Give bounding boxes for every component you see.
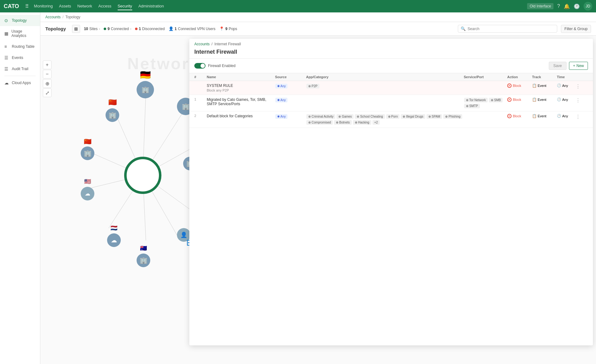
nav-security[interactable]: Security xyxy=(118,2,132,10)
nav-monitoring[interactable]: Monitoring xyxy=(34,2,53,10)
sidebar-item-routing-table[interactable]: ≡ Routing Table xyxy=(0,41,40,52)
site-node-china-left[interactable]: 🇨🇳 🏢 xyxy=(81,143,94,160)
analytics-icon: ▦ xyxy=(4,31,9,36)
row-name-cell: Migrated by Cato Games, Tor, SMB, SMTP S… xyxy=(207,97,275,106)
nav-network[interactable]: Network xyxy=(77,2,92,10)
topology-header: Topology ⊞ 10 Sites › 9 Connected › 1 Di… xyxy=(40,22,596,36)
sidebar-label-topology: Topology xyxy=(12,18,27,23)
panel-toolbar: Firewall Enabled Save + New xyxy=(189,59,593,73)
avatar-initials: JD xyxy=(586,4,590,8)
app-tag-phishing: ⊕ Phishing xyxy=(443,114,462,119)
pops-label: Pops xyxy=(229,27,237,31)
sidebar-divider xyxy=(4,76,36,76)
save-button[interactable]: Save xyxy=(549,62,567,70)
topology-icon: ⊙ xyxy=(4,18,9,23)
time-icon: 🕐 xyxy=(557,83,561,88)
app-tag-botnets: ⊕ Botnets xyxy=(334,120,352,125)
site-node-china-top[interactable]: 🇨🇳 🏢 xyxy=(106,104,119,122)
row-num: 1 xyxy=(194,97,207,101)
disconnected-stat: 1 Disconnected xyxy=(135,27,165,31)
source-tags: ✱ Any xyxy=(275,83,306,89)
disconnected-label: Disconnected xyxy=(142,27,165,31)
event-icon: 📋 xyxy=(532,83,537,88)
row-more-btn[interactable]: ⋮ xyxy=(576,97,588,103)
breadcrumb: Accounts / Topology xyxy=(40,12,596,22)
action-label: Block xyxy=(513,98,521,101)
col-service: Service/Port xyxy=(464,75,507,79)
disconnected-count: 1 xyxy=(139,27,141,31)
source-tag-any: ✱ Any xyxy=(275,98,287,102)
sidebar-item-cloud-apps[interactable]: ☁ Cloud Apps xyxy=(0,77,40,88)
nav-items: Monitoring Assets Network Access Securit… xyxy=(34,2,527,10)
user-avatar[interactable]: JD xyxy=(584,2,592,11)
old-interface-btn[interactable]: Old Interface xyxy=(527,3,553,9)
service-tags: ⊕ Tor Network ⊕ SMB ⊕ SMTP xyxy=(464,97,507,109)
app-tags: ⊕ P2P xyxy=(306,83,464,89)
sidebar-label-routing-table: Routing Table xyxy=(12,44,34,49)
filter-group-button[interactable]: Filter & Group xyxy=(561,25,591,33)
track-cell: 📋 Event xyxy=(532,114,557,118)
table-row[interactable]: 2 Default block for Categories ✱ Any ⊕ C… xyxy=(189,111,593,128)
track-label: Event xyxy=(538,84,546,88)
breadcrumb-accounts[interactable]: Accounts xyxy=(45,15,61,19)
top-nav-right: Old Interface ? 🔔 🕐 JD xyxy=(527,2,592,11)
vpn-stat: 👤 1 Connected VPN Users xyxy=(169,26,215,31)
sidebar-item-events[interactable]: ☰ Events xyxy=(0,52,40,63)
location-btn[interactable]: ⊕ xyxy=(43,79,52,88)
row-more-btn[interactable]: ⋮ xyxy=(576,83,588,89)
firewall-panel: Accounts / Internet Firewall Internet Fi… xyxy=(189,39,593,345)
search-input[interactable] xyxy=(467,27,554,31)
source-tag-any: ✱ Any xyxy=(275,114,287,119)
connected-label: Connected xyxy=(111,27,129,31)
bell-icon[interactable]: 🔔 xyxy=(564,3,570,9)
event-icon: 📋 xyxy=(532,114,537,118)
help-icon[interactable]: ? xyxy=(557,3,560,9)
app-tag-p2p: ⊕ P2P xyxy=(306,84,319,88)
row-more-btn[interactable]: ⋮ xyxy=(576,114,588,120)
table-row[interactable]: 1 Migrated by Cato Games, Tor, SMB, SMTP… xyxy=(189,95,593,111)
central-node[interactable] xyxy=(124,157,161,194)
sidebar-item-audit-trail[interactable]: ☰ Audit Trail xyxy=(0,63,40,74)
topology-canvas[interactable]: Network + − ⊕ ⤢ xyxy=(40,36,596,364)
firewall-toggle[interactable] xyxy=(194,63,205,69)
sidebar-item-topology[interactable]: ⊙ Topology xyxy=(0,15,40,26)
track-cell: 📋 Event xyxy=(532,83,557,88)
search-icon: 🔍 xyxy=(461,26,466,31)
col-num: # xyxy=(194,75,207,79)
nav-access[interactable]: Access xyxy=(98,2,111,10)
site-node-usa-cloud[interactable]: 🇺🇸 ☁ xyxy=(81,183,94,200)
panel-breadcrumb-accounts[interactable]: Accounts xyxy=(194,42,210,46)
app-tag-drugs: ⊕ Illegal Drugs xyxy=(401,114,425,119)
table-row[interactable]: SYSTEM RULE Block any P2P ✱ Any ⊕ P2P ✕ xyxy=(189,81,593,95)
topology-view-btn[interactable]: ⊞ xyxy=(72,25,80,33)
expand-btn[interactable]: ⤢ xyxy=(43,88,52,97)
track-cell: 📋 Event xyxy=(532,97,557,102)
clock-icon[interactable]: 🕐 xyxy=(574,3,580,9)
time-cell: 🕐 Any xyxy=(557,83,576,88)
app-tag-spam: ⊕ SPAM xyxy=(427,114,442,119)
app-tag-hacking: ⊕ Hacking xyxy=(353,120,371,125)
plus-icon: + xyxy=(573,64,575,68)
grid-icon[interactable]: ⠿ xyxy=(25,3,29,9)
sidebar-item-usage-analytics[interactable]: ▦ Usage Analytics xyxy=(0,26,40,41)
new-button-label: New xyxy=(576,64,584,68)
sites-label: Sites xyxy=(89,27,98,31)
breadcrumb-topology: Topology xyxy=(65,15,80,19)
cloud-apps-icon: ☁ xyxy=(4,80,9,85)
audit-icon: ☰ xyxy=(4,66,9,71)
site-node-australia[interactable]: 🇦🇺 🏢 xyxy=(137,250,150,267)
site-node-germany[interactable]: 🇩🇪 🏢 xyxy=(137,76,154,98)
zoom-out-btn[interactable]: − xyxy=(43,70,52,79)
new-button[interactable]: + New xyxy=(569,62,588,70)
zoom-in-btn[interactable]: + xyxy=(43,61,52,69)
action-label: Block xyxy=(513,84,521,88)
panel-breadcrumb-sep: / xyxy=(211,42,212,46)
app-tag-school: ⊕ School Cheating xyxy=(355,114,385,119)
row-name-cell: SYSTEM RULE Block any P2P xyxy=(207,83,275,92)
site-node-netherlands[interactable]: 🇳🇱 ☁ xyxy=(107,230,121,247)
nav-assets[interactable]: Assets xyxy=(59,2,71,10)
zoom-controls: + − ⊕ ⤢ xyxy=(43,61,52,97)
app-tag-more: +2 xyxy=(372,120,380,125)
nav-administration[interactable]: Administration xyxy=(138,2,164,10)
track-label: Event xyxy=(538,114,546,118)
